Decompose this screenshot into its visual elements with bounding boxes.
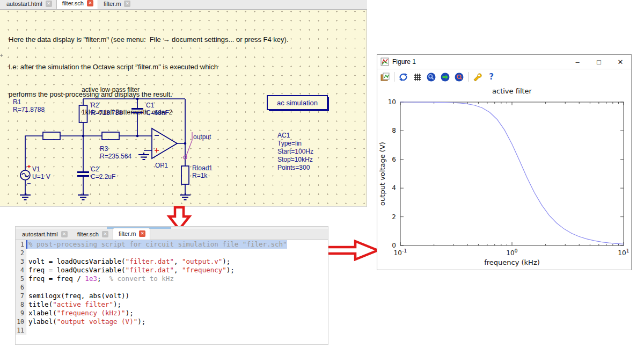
label-r1-value[interactable]: R=71.8788 <box>13 106 45 113</box>
code-token: % convert to kHz <box>109 274 174 283</box>
autoscale-icon[interactable] <box>454 72 464 82</box>
ac-property: AC1 <box>277 132 313 140</box>
toolbar-separator <box>394 72 394 82</box>
resistor-rload1 <box>181 166 189 184</box>
ac-property: Start=100Hz <box>277 148 313 156</box>
line-number: 2 <box>16 249 26 257</box>
tab-label: autostart.html <box>22 231 58 237</box>
code-text: freq = freq / 1e3; % convert to kHz <box>26 274 174 283</box>
code-line[interactable]: 10ylabel("output voltage (V)"); <box>16 317 328 326</box>
code-token: "output.v" <box>182 257 222 265</box>
code-line[interactable]: 5freq = freq / 1e3; % convert to kHz <box>16 274 328 283</box>
code-line[interactable]: 7semilogx(freq, abs(volt)) <box>16 292 328 300</box>
code-line[interactable]: 1% post-processing script for circuit si… <box>16 240 328 249</box>
ac-simulation-label: ac simulation <box>277 99 318 107</box>
tab-close-icon[interactable]: ✕ <box>87 0 93 6</box>
code-line[interactable]: 3volt = loadQucsVariable("filter.dat", "… <box>16 257 328 266</box>
help-icon[interactable]: ? <box>486 72 496 82</box>
editor-tab-bar: autostart.html✕filter.sch✕filter.m✕ <box>16 229 328 240</box>
figure-app-icon <box>380 57 389 66</box>
svg-text:0: 0 <box>392 242 396 249</box>
ac-simulation-block[interactable]: ac simulation <box>267 95 328 110</box>
code-text: semilogx(freq, abs(volt)) <box>26 292 129 300</box>
red-arrow-right-icon <box>325 239 380 262</box>
label-rload1-name[interactable]: Rload1 <box>192 165 213 172</box>
code-text: freq = loadQucsVariable("filter.dat", "f… <box>26 266 235 274</box>
svg-text:101: 101 <box>618 248 629 257</box>
svg-text:10-1: 10-1 <box>394 248 407 257</box>
tab-label: filter.sch <box>77 231 99 237</box>
code-token: , <box>174 266 182 274</box>
label-r3-name[interactable]: R3 <box>100 146 108 153</box>
code-line[interactable]: 8title("active filter"); <box>16 300 328 309</box>
label-r2-value[interactable]: R=718.788 <box>91 110 122 117</box>
code-line[interactable]: 2 <box>16 249 328 257</box>
code-line[interactable]: 4freq = loadQucsVariable("filter.dat", "… <box>16 266 328 274</box>
schematic-canvas[interactable]: Here the data display is "filter.m" (see… <box>0 10 367 207</box>
label-rload1-value[interactable]: R=1k <box>192 172 207 179</box>
line-number: 9 <box>16 309 26 317</box>
svg-text:output voltage (V): output voltage (V) <box>378 142 386 206</box>
label-v1-value[interactable]: U=1 V <box>32 174 50 180</box>
code-line[interactable]: 9xlabel("frequency (kHz)"); <box>16 309 328 317</box>
label-v1-name[interactable]: V1 <box>32 166 40 173</box>
minimize-icon[interactable]: – <box>567 58 588 66</box>
line-number: 6 <box>16 283 26 292</box>
properties-wrench-icon[interactable] <box>472 72 482 82</box>
capacitor-c1 <box>131 109 143 113</box>
octave-figure-window: Figure 1 – □ ✕ <box>377 54 632 270</box>
close-icon[interactable]: ✕ <box>610 58 631 66</box>
label-c2-name[interactable]: C2 <box>91 166 99 173</box>
label-c2-value[interactable]: C=2.2uF <box>91 174 115 180</box>
label-r1-name[interactable]: R1 <box>13 99 21 106</box>
tab-label: filter.m <box>104 1 121 7</box>
ac-property: Type=lin <box>277 140 313 148</box>
toolbar-separator <box>468 72 469 82</box>
label-output-wire[interactable]: output <box>193 134 211 141</box>
label-r2-name[interactable]: R2 <box>91 102 99 109</box>
tab-filter.sch[interactable]: filter.sch✕ <box>56 0 98 9</box>
label-op1-name[interactable]: OP1 <box>155 162 168 169</box>
code-line[interactable]: 6 <box>16 283 328 292</box>
tab-autostart.html[interactable]: autostart.html✕ <box>17 229 72 240</box>
code-token: volt = loadQucsVariable( <box>28 257 126 265</box>
opamp-op1[interactable] <box>152 128 177 158</box>
code-token: ); <box>137 317 145 326</box>
figure-title-bar[interactable]: Figure 1 – □ ✕ <box>377 55 631 69</box>
code-text: title("active filter"); <box>26 300 121 309</box>
code-line[interactable]: 11 <box>16 326 328 335</box>
label-c1-name[interactable]: C1 <box>146 102 154 109</box>
resistor-bodies[interactable] <box>43 105 189 184</box>
line-number: 4 <box>16 266 26 274</box>
tab-filter.m[interactable]: filter.m✕ <box>98 0 135 9</box>
tab-close-icon[interactable]: ✕ <box>46 1 52 7</box>
tab-close-icon[interactable]: ✕ <box>61 231 68 237</box>
label-c1-value[interactable]: C=68nF <box>146 110 169 117</box>
tab-autostart.html[interactable]: autostart.html✕ <box>1 0 56 9</box>
svg-text:4: 4 <box>392 184 396 192</box>
pan-icon[interactable] <box>440 72 450 82</box>
rotate-icon[interactable] <box>398 72 408 82</box>
grid-icon[interactable] <box>412 72 422 82</box>
line-number: 5 <box>16 274 26 283</box>
tab-close-icon[interactable]: ✕ <box>124 1 130 7</box>
tab-filter.m[interactable]: filter.m✕ <box>113 228 150 240</box>
qucs-schematic-window: autostart.html✕filter.sch✕filter.m✕ Here… <box>0 0 367 228</box>
tab-close-icon[interactable]: ✕ <box>139 230 145 237</box>
code-token: freq = freq / <box>28 274 85 283</box>
ac-simulation-properties[interactable]: AC1Type=linStart=100HzStop=10kHzPoints=3… <box>277 132 313 172</box>
tab-close-icon[interactable]: ✕ <box>102 231 108 237</box>
tab-filter.sch[interactable]: filter.sch✕ <box>72 229 113 240</box>
plot-area[interactable]: 024681010-1100101active filterfrequency … <box>377 84 631 270</box>
code-text <box>26 326 28 335</box>
label-r3-value[interactable]: R=235.564 <box>100 153 131 160</box>
code-token: freq = loadQucsVariable( <box>28 266 126 274</box>
code-area[interactable]: 1% post-processing script for circuit si… <box>16 240 328 344</box>
code-token: title( <box>28 300 53 308</box>
resistor-r2 <box>79 105 87 122</box>
export-figure-icon[interactable] <box>380 72 390 82</box>
zoom-in-icon[interactable] <box>426 72 436 82</box>
maximize-icon[interactable]: □ <box>588 58 610 66</box>
code-token: 1e3 <box>85 274 97 283</box>
code-token: ); <box>113 300 121 308</box>
